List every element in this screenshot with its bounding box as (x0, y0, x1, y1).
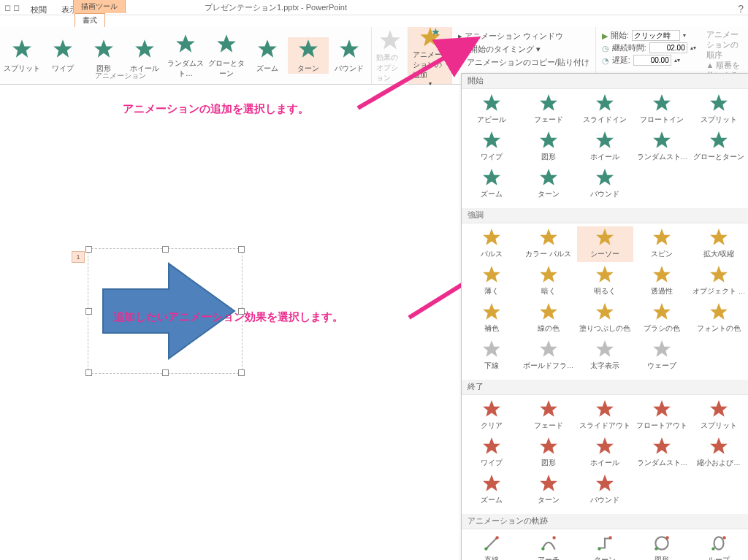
gallery-item-6[interactable]: ズーム (247, 37, 288, 74)
dd-path-item-4[interactable]: ループ (690, 532, 747, 560)
svg-marker-59 (483, 475, 500, 491)
start-select[interactable] (632, 30, 680, 41)
dd-exit-item-0[interactable]: クリア (463, 398, 520, 434)
dd-open-item-3[interactable]: フロートイン (633, 92, 690, 128)
animation-order-tag[interactable]: 1 (72, 251, 85, 263)
dd-emph-item-14[interactable]: フォントの色 (690, 301, 747, 337)
dd-exit-item-9[interactable]: 縮小および… (690, 435, 747, 471)
gallery-item-0[interactable]: スプリット (1, 37, 42, 74)
dd-path-item-2[interactable]: ターン (577, 532, 634, 560)
dd-exit-item-11[interactable]: ターン (520, 472, 577, 508)
dd-open-item-4[interactable]: スプリット (690, 92, 747, 128)
gallery-item-2[interactable]: 図形 (83, 37, 124, 74)
gallery-item-8[interactable]: バウンド (329, 37, 370, 74)
svg-marker-44 (710, 303, 728, 320)
dd-emph-item-10[interactable]: 補色 (463, 301, 520, 337)
dd-exit-item-10[interactable]: ズーム (463, 472, 520, 508)
dd-emph-item-7[interactable]: 明るく (577, 264, 634, 299)
effect-options-button[interactable]: 効果のオプション (372, 27, 408, 84)
gallery-item-7[interactable]: ターン (288, 37, 329, 74)
dd-emph-item-18[interactable]: ウェーブ (633, 338, 690, 374)
svg-marker-24 (597, 131, 614, 148)
svg-marker-60 (540, 475, 557, 491)
dd-open-item-5[interactable]: ワイプ (463, 129, 520, 165)
duration-input[interactable] (649, 42, 687, 53)
dd-open-item-12[interactable]: バウンド (577, 166, 634, 202)
dd-open-item-8[interactable]: ランダムスト… (633, 129, 690, 165)
gallery-item-5[interactable]: グローとターン (206, 32, 247, 79)
svg-marker-45 (483, 340, 500, 357)
dd-open-item-9[interactable]: グローとターン (690, 129, 747, 165)
dd-open-item-7[interactable]: ホイール (577, 129, 634, 165)
dd-emph-item-13[interactable]: ブラシの色 (633, 301, 690, 337)
dd-emph-item-8[interactable]: 透過性 (633, 264, 690, 299)
dd-path-item-3[interactable]: 図形 (633, 532, 690, 560)
svg-point-70 (655, 547, 658, 550)
svg-point-72 (711, 547, 714, 550)
svg-marker-52 (653, 400, 671, 417)
dd-emph-item-3[interactable]: スピン (633, 226, 690, 262)
dd-exit-item-7[interactable]: ホイール (577, 435, 634, 471)
svg-marker-36 (540, 266, 557, 283)
dd-exit-item-6[interactable]: 図形 (520, 435, 577, 471)
trigger-button[interactable]: ⚡ 開始のタイミング ▾ (458, 45, 589, 55)
dd-section-entrance: 開始 (462, 74, 748, 89)
dd-exit-item-8[interactable]: ランダムスト… (633, 435, 690, 471)
dd-exit-item-3[interactable]: フロートアウト (633, 398, 690, 434)
dd-emph-item-17[interactable]: 太字表示 (577, 338, 634, 374)
svg-marker-31 (540, 229, 557, 245)
dd-emph-item-15[interactable]: 下線 (463, 338, 520, 374)
svg-point-67 (598, 547, 601, 550)
dd-emph-item-11[interactable]: 線の色 (520, 301, 577, 337)
svg-point-66 (552, 536, 555, 539)
svg-marker-34 (710, 229, 728, 245)
dd-exit-item-5[interactable]: ワイプ (463, 435, 520, 471)
dd-exit-item-2[interactable]: スライドアウト (577, 398, 634, 434)
delay-input[interactable] (633, 55, 671, 66)
dd-path-item-1[interactable]: アーチ (520, 532, 577, 560)
svg-marker-39 (710, 266, 728, 283)
svg-marker-5 (217, 34, 236, 52)
dd-emph-item-16[interactable]: ボールドフラ… (520, 338, 577, 374)
dd-emph-item-5[interactable]: 薄く (463, 264, 520, 299)
add-animation-dropdown: 開始 アピールフェードスライドインフロートインスプリットワイプ図形ホイールランダ… (461, 73, 748, 560)
svg-marker-54 (483, 437, 500, 454)
gallery-item-3[interactable]: ホイール (124, 37, 165, 74)
tab-review[interactable]: 校閲 (26, 3, 51, 17)
dd-emph-item-4[interactable]: 拡大/収縮 (690, 226, 747, 262)
dd-open-item-1[interactable]: フェード (520, 92, 577, 128)
svg-marker-51 (597, 400, 614, 417)
animation-pane-button[interactable]: ▸ アニメーション ウィンドウ (458, 31, 589, 42)
svg-marker-43 (653, 303, 671, 320)
dd-emph-item-1[interactable]: カラー パルス (520, 226, 577, 262)
dd-emph-item-9[interactable]: オブジェクト … (690, 264, 747, 299)
add-animation-button[interactable]: アニメーションの追加▾ (408, 27, 452, 84)
svg-marker-29 (597, 169, 614, 185)
help-icon[interactable]: ? (738, 3, 744, 15)
svg-point-71 (666, 536, 669, 539)
dd-emph-item-2[interactable]: シーソー (577, 226, 634, 262)
gallery-item-4[interactable]: ランダムスト… (165, 32, 206, 79)
dd-open-item-0[interactable]: アピール (463, 92, 520, 128)
dd-open-item-2[interactable]: スライドイン (577, 92, 634, 128)
animation-painter-button[interactable]: ✦ アニメーションのコピー/貼り付け (458, 58, 589, 68)
svg-point-63 (484, 547, 487, 550)
gallery-item-1[interactable]: ワイプ (42, 37, 83, 74)
dd-open-item-11[interactable]: ターン (520, 166, 577, 202)
dd-path-item-0[interactable]: 直線 (463, 532, 520, 560)
dd-open-item-10[interactable]: ズーム (463, 166, 520, 202)
dd-emph-item-12[interactable]: 塗りつぶしの色 (577, 301, 634, 337)
dd-open-item-6[interactable]: 図形 (520, 129, 577, 165)
dd-exit-item-12[interactable]: バウンド (577, 472, 634, 508)
svg-marker-48 (653, 340, 671, 357)
dd-exit-item-1[interactable]: フェード (520, 398, 577, 434)
svg-marker-9 (380, 30, 400, 49)
tab-format[interactable]: 書式 (75, 13, 105, 27)
dd-emph-item-0[interactable]: パルス (463, 226, 520, 262)
svg-marker-19 (597, 94, 614, 111)
dd-exit-item-4[interactable]: スプリット (690, 398, 747, 434)
svg-marker-0 (12, 39, 31, 57)
animation-gallery[interactable]: スプリットワイプ図形ホイールランダムスト…グローとターンズームターンバウンド (0, 27, 372, 84)
svg-marker-25 (653, 131, 671, 148)
dd-emph-item-6[interactable]: 暗く (520, 264, 577, 299)
